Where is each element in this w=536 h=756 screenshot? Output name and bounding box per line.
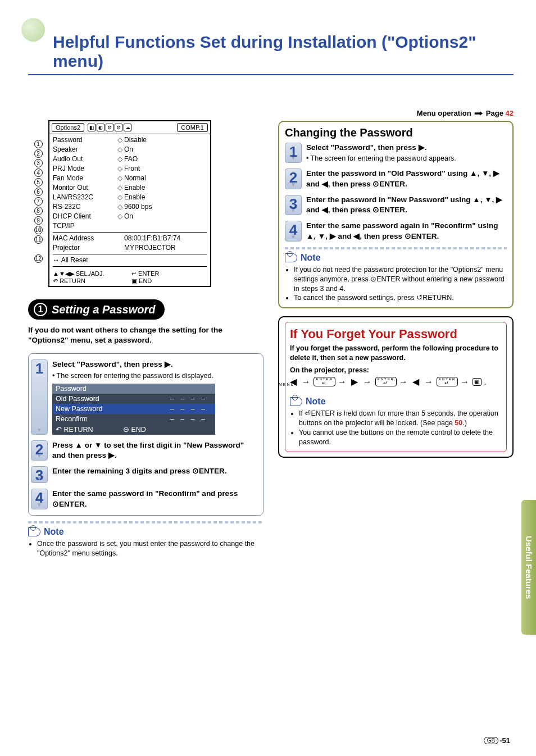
page-footer: GB-51 — [484, 736, 510, 745]
note-label: Note — [28, 527, 264, 537]
note-body: If ⏎ENTER is held down for more than 5 s… — [290, 409, 502, 447]
changing-password-box: Changing the Password 1 Select "Password… — [278, 121, 514, 308]
step-heading: Enter the password in "New Password" usi… — [306, 195, 507, 215]
page-ref-link[interactable]: 42 — [506, 109, 514, 117]
note-divider — [285, 247, 507, 249]
step-heading: Select "Password", then press ▶. — [52, 359, 257, 370]
changing-password-title: Changing the Password — [285, 126, 507, 139]
note-body: If you do not need the password protecti… — [285, 265, 507, 303]
step-heading: Enter the password in "Old Password" usi… — [306, 168, 507, 189]
step-heading: Enter the same password again in "Reconf… — [306, 221, 507, 241]
step-badge: 3 — [31, 466, 48, 483]
section-heading-setting-password: 1 Setting a Password — [28, 299, 165, 320]
step-sub: • The screen for entering the password i… — [52, 371, 257, 380]
step-badge: 1 — [31, 359, 48, 434]
menu-operation-ref: Menu operation ➡ Page 42 — [278, 109, 514, 117]
on-projector-label: On the projector, press: — [290, 366, 502, 374]
note-body: Once the password is set, you must enter… — [28, 539, 264, 558]
step-badge: 2 — [31, 440, 48, 461]
osd-tab-label: Options2 — [52, 123, 84, 132]
note-label: Note — [285, 253, 507, 263]
note-label: Note — [290, 397, 502, 407]
step-badge: 4 — [31, 489, 48, 509]
osd-callout-numbers: 1 2 3 4 5 6 7 8 9 10 11 12 — [28, 120, 48, 287]
forget-password-title: If You Forget Your Password — [290, 327, 502, 341]
step-heading: Select "Password", then press ▶. — [306, 143, 507, 153]
setting-password-intro: If you do not want others to change the … — [28, 325, 264, 345]
osd-input-label: COMP.1 — [177, 123, 208, 132]
setting-password-steps: 1 Select "Password", then press ▶. • The… — [28, 353, 264, 515]
step-badge: 2 — [285, 168, 302, 189]
osd-tab-icons: ◧◐⚙⚙☁ — [88, 124, 131, 131]
section-side-tab: Useful Features — [521, 500, 536, 635]
forget-password-intro: If you forget the password, perform the … — [290, 344, 502, 363]
note-divider — [28, 521, 264, 523]
page-ref-link[interactable]: 50 — [455, 419, 462, 427]
decorative-dot — [21, 18, 45, 42]
step-badge: 1 — [285, 143, 302, 163]
page-title: Helpful Functions Set during Installatio… — [28, 17, 514, 75]
step-sub: • The screen for entering the password a… — [306, 154, 507, 163]
password-entry-osd: Password Old Password– – – – New Passwor… — [52, 384, 215, 435]
step-badge: 4 — [285, 221, 302, 241]
forget-password-box: If You Forget Your Password If you forge… — [278, 316, 514, 457]
button-sequence: ◀ → ENTER↵ → ▶ → ENTER↵ → ◀ → ENTER↵ → ▣… — [290, 376, 502, 393]
step-heading: Enter the same password in "Reconfirm" a… — [52, 489, 257, 509]
options2-osd-diagram: 1 2 3 4 5 6 7 8 9 10 11 12 Options2 — [28, 120, 264, 287]
step-heading: Press ▲ or ▼ to set the first digit in "… — [52, 440, 257, 461]
step-heading: Enter the remaining 3 digits and press ⊙… — [52, 466, 257, 476]
step-badge: 3 — [285, 195, 302, 215]
